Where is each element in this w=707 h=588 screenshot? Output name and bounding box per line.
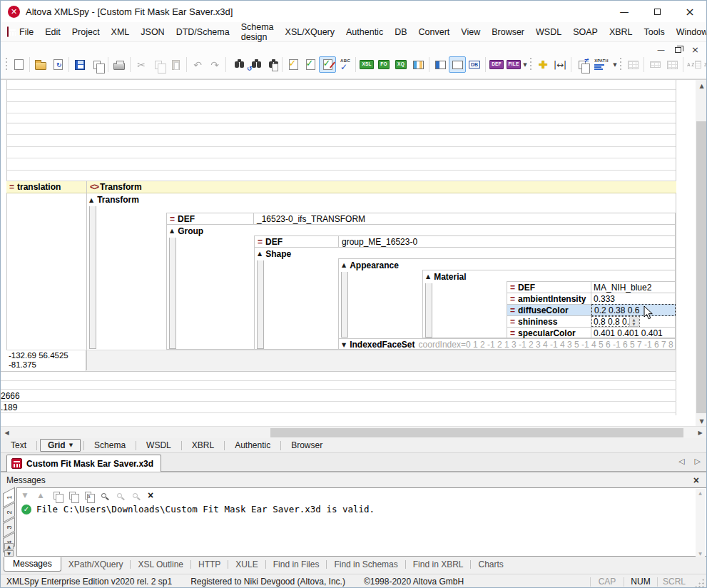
material-attr-ambient-label[interactable]: = ambientIntensity — [510, 294, 586, 303]
tab-charts[interactable]: Charts — [471, 557, 510, 572]
appearance-element-row[interactable]: ▲ Appearance — [342, 260, 399, 270]
next-message-button[interactable]: ▼ — [20, 490, 30, 500]
window-layout-button[interactable] — [410, 56, 427, 73]
menu-browser[interactable]: Browser — [486, 24, 530, 40]
find-previous-message-button[interactable] — [130, 490, 140, 500]
scroll-right-button[interactable]: ▶ — [694, 427, 706, 438]
xsl-transform-button[interactable]: XSL — [358, 56, 375, 73]
diffusecolor-label-cell[interactable]: = diffuseColor — [507, 305, 591, 315]
fo-transform-button[interactable]: FO — [375, 56, 392, 73]
resize-grip[interactable] — [693, 577, 705, 588]
grid-view-editor[interactable]: = translation <> Transform ▲ Transform =… — [1, 79, 706, 426]
tab-xpath-xquery[interactable]: XPath/XQuery — [61, 557, 131, 572]
group-collapse-bar[interactable] — [169, 238, 176, 349]
clear-messages-button[interactable]: × — [146, 490, 156, 500]
copy-line-button[interactable] — [51, 490, 61, 500]
maximize-button[interactable] — [641, 1, 673, 22]
db-query-button[interactable]: DB — [466, 56, 483, 73]
side-tab-scroll-up-button[interactable]: ▲ — [4, 543, 14, 549]
collapse-triangle-icon[interactable]: ▲ — [342, 262, 346, 268]
scroll-up-button[interactable]: ▲ — [696, 80, 706, 91]
indexedfaceset-row[interactable]: ▼ IndexedFaceSet coordIndex=0 1 2 -1 2 1… — [342, 340, 675, 350]
shape-element-row[interactable]: ▲ Shape — [258, 248, 291, 259]
save-all-button[interactable] — [88, 56, 106, 73]
save-button[interactable] — [71, 56, 88, 73]
assign-dropdown[interactable]: ▼ — [522, 56, 528, 73]
tab-grid-view[interactable]: Grid▼ — [40, 439, 81, 452]
info-window-button[interactable] — [449, 56, 466, 73]
xpath-window-button[interactable]: XPATH — [591, 56, 612, 73]
tab-find-in-xbrl[interactable]: Find in XBRL — [406, 557, 471, 572]
tab-wsdl-view[interactable]: WSDL — [136, 439, 181, 452]
menu-db[interactable]: DB — [389, 24, 412, 40]
def-value-cell[interactable]: _16523-0_ifs_TRANSFORM — [257, 214, 365, 224]
check-wellformed-button[interactable]: ✓ — [285, 56, 302, 73]
def-attribute-row[interactable]: = DEF — [170, 214, 195, 224]
toolbar-grip-3[interactable] — [619, 58, 621, 72]
menu-wsdl[interactable]: WSDL — [530, 24, 567, 40]
close-button[interactable]: × — [673, 1, 706, 22]
scroll-down-button[interactable]: ▼ — [696, 415, 706, 426]
validate-button[interactable]: ✓ — [302, 56, 319, 73]
messages-scrollbar[interactable]: ▲ ▼ — [696, 489, 705, 557]
tab-xule[interactable]: XULE — [228, 557, 265, 572]
copy-all-button[interactable] — [83, 490, 93, 500]
tab-find-in-files[interactable]: Find in Files — [266, 557, 327, 572]
find-in-messages-button[interactable] — [98, 490, 108, 500]
material-collapse-bar[interactable] — [425, 283, 432, 338]
material-attr-def-value[interactable]: MA_NIH_blue2 — [594, 283, 651, 292]
find-next-button[interactable]: ↺ — [245, 56, 263, 73]
mdi-minimize-button[interactable]: — — [657, 45, 665, 54]
new-file-button[interactable] — [10, 56, 27, 73]
horizontal-scroll-thumb[interactable] — [270, 428, 683, 437]
tab-messages[interactable]: Messages — [4, 557, 61, 572]
material-attr-shininess-label[interactable]: = shininess — [510, 317, 557, 326]
tab-xsl-outline[interactable]: XSL Outline — [131, 557, 190, 572]
tab-authentic-view[interactable]: Authentic — [225, 439, 280, 452]
tab-schema-view[interactable]: Schema — [84, 439, 136, 452]
optimal-widths-button[interactable]: |↔| — [551, 56, 569, 73]
side-tab-scroll-down-button[interactable]: ▼ — [4, 550, 14, 557]
xquery-execute-button[interactable]: XQ — [392, 56, 410, 73]
find-in-files-button[interactable] — [263, 56, 280, 73]
menu-schema-design[interactable]: Schema design — [235, 19, 280, 45]
menu-window[interactable]: Window — [671, 24, 707, 40]
xpath-dropdown[interactable]: ▼ — [612, 56, 618, 73]
tab-text-view[interactable]: Text — [1, 439, 36, 452]
group-element-row[interactable]: ▲ Group — [170, 225, 203, 236]
menu-dtd-schema[interactable]: DTD/Schema — [171, 24, 235, 40]
material-attr-def-label[interactable]: = DEF — [510, 283, 535, 292]
clipped-value-row-1[interactable]: 2666 — [1, 391, 20, 400]
mdi-restore-button[interactable] — [675, 47, 681, 53]
transform-element-row[interactable]: ▲ Transform — [89, 194, 139, 206]
diffusecolor-value-cell-selected[interactable]: 0.2 0.38 0.6 — [591, 304, 676, 316]
menu-project[interactable]: Project — [66, 24, 106, 40]
shape-collapse-bar[interactable] — [257, 260, 264, 349]
messages-close-icon[interactable]: × — [693, 475, 699, 486]
messages-scroll-down[interactable]: ▼ — [696, 549, 705, 557]
messages-output-area[interactable]: ▼ ▲ × ✓ File C:\Users\Downloads\Custom F… — [16, 487, 706, 557]
menu-xbrl[interactable]: XBRL — [604, 24, 639, 40]
menu-view[interactable]: View — [455, 24, 486, 40]
translation-value-cell[interactable]: -132.69 56.4525 -81.375 — [6, 350, 86, 371]
scroll-left-button[interactable]: ◀ — [1, 427, 13, 438]
find-next-message-button[interactable] — [114, 490, 124, 500]
vertical-scrollbar[interactable]: ▲ ▼ — [696, 80, 706, 426]
compare-documents-button[interactable]: ≠ — [574, 56, 591, 73]
collapse-triangle-icon[interactable]: ▲ — [89, 197, 93, 203]
find-button[interactable] — [228, 56, 245, 73]
spinner-control[interactable]: ▲▼ — [629, 318, 639, 327]
append-child-button[interactable]: ✚ — [534, 56, 551, 73]
document-tab-active[interactable]: Custom Fit Mask Ear Saver.x3d — [6, 455, 161, 472]
vertical-scroll-thumb[interactable] — [696, 121, 706, 413]
doc-tab-scroll-left-icon[interactable]: ◁ — [678, 457, 684, 466]
tab-browser-view[interactable]: Browser — [281, 439, 332, 452]
minimize-button[interactable]: — — [608, 1, 641, 22]
messages-scroll-up[interactable]: ▲ — [696, 489, 705, 496]
assign-dtd-button[interactable]: DEF — [488, 56, 505, 73]
mdi-close-button[interactable]: × — [691, 44, 699, 55]
messages-panel-header[interactable]: Messages × — [1, 472, 706, 487]
expand-triangle-icon[interactable]: ▼ — [342, 342, 346, 348]
collapse-triangle-icon[interactable]: ▲ — [426, 273, 430, 280]
project-window-button[interactable] — [432, 56, 449, 73]
